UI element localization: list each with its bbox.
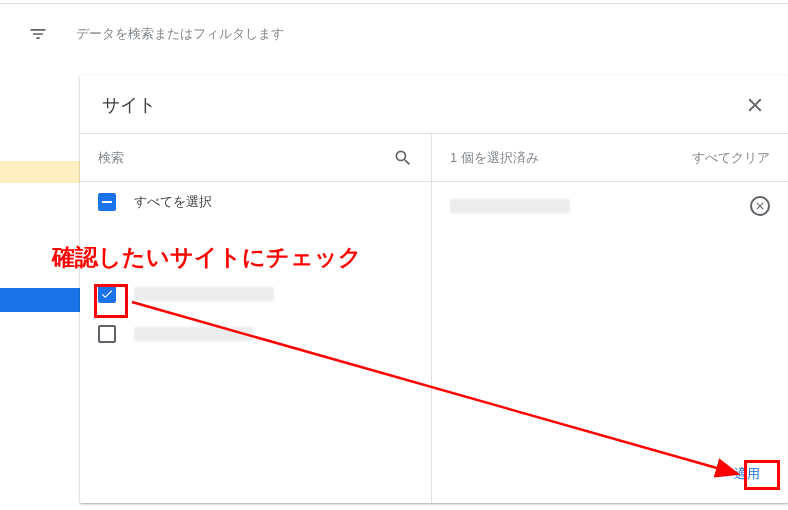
selected-count-label: 1 個を選択済み — [450, 149, 539, 167]
site-name-redacted — [134, 287, 274, 301]
remove-icon — [754, 200, 766, 212]
site-item-2[interactable] — [80, 314, 431, 354]
site-name-redacted — [134, 327, 254, 341]
select-all-row[interactable]: すべてを選択 — [80, 182, 431, 222]
site-checkbox-unchecked[interactable] — [98, 325, 116, 343]
select-all-checkbox[interactable] — [98, 193, 116, 211]
site-filter-dialog: サイト 検索 すべてを選択 — [80, 75, 788, 503]
search-placeholder[interactable]: データを検索またはフィルタします — [76, 25, 284, 43]
site-item-1[interactable] — [80, 274, 431, 314]
filter-bar: データを検索またはフィルタします — [0, 4, 788, 64]
selected-site-name-redacted — [450, 199, 570, 213]
close-button[interactable] — [744, 94, 766, 116]
filter-icon[interactable] — [28, 24, 48, 44]
search-icon[interactable] — [393, 148, 413, 168]
remove-selected-button[interactable] — [750, 196, 770, 216]
annotation-highlight-apply — [744, 460, 780, 490]
available-items-panel: 検索 すべてを選択 — [80, 134, 432, 503]
selected-site-row — [432, 182, 788, 230]
sidebar-highlight-blue — [0, 288, 80, 312]
close-icon — [744, 94, 766, 116]
dialog-title: サイト — [102, 93, 156, 117]
select-all-label: すべてを選択 — [134, 193, 212, 211]
clear-all-button[interactable]: すべてクリア — [692, 149, 770, 167]
sidebar-highlight-yellow — [0, 160, 80, 184]
search-label: 検索 — [98, 149, 124, 167]
selected-items-panel: 1 個を選択済み すべてクリア 適用 — [432, 134, 788, 503]
annotation-highlight-checkbox — [94, 284, 128, 318]
annotation-text: 確認したいサイトにチェック — [52, 242, 362, 273]
